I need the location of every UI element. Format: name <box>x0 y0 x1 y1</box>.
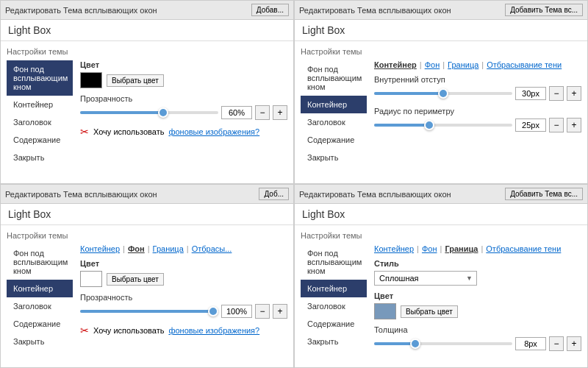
panel-4-color-label: Цвет <box>374 291 581 300</box>
panel-4-style-select[interactable]: Сплошная Пунктирная Точечная <box>374 271 477 286</box>
panel-1-body: Настройки темы Фон под всплывающим кном … <box>1 41 293 183</box>
panel-3-slider-thumb[interactable] <box>208 306 218 316</box>
panel-1-bg-image-row: ✂ Хочу использовать фоновые изображения? <box>80 126 287 138</box>
panel-2-menu-item-2[interactable]: Заголовок <box>301 113 367 131</box>
panel-2-menu-item-4[interactable]: Закрыть <box>301 149 367 166</box>
panel-3-settings-label: Настройки темы <box>7 231 287 240</box>
panel-4-thickness-input[interactable] <box>515 337 546 350</box>
panel-4-thickness-minus[interactable]: − <box>549 336 564 351</box>
panel-3-menu-item-4[interactable]: Закрыть <box>7 333 73 350</box>
panel-2-radius-input[interactable] <box>515 118 546 132</box>
panel-1-minus-button[interactable]: − <box>255 105 270 120</box>
panel-4-tab-background[interactable]: Фон <box>422 244 437 253</box>
panel-2-radius-minus[interactable]: − <box>549 118 564 132</box>
panel-1-transparency-row: Прозрачность − + <box>80 94 287 120</box>
panel-4-menu-item-2[interactable]: Заголовок <box>301 297 367 315</box>
panel-1-menu-item-4[interactable]: Закрыть <box>7 149 73 166</box>
panel-3-value-input[interactable] <box>221 305 252 318</box>
panel-2-padding-track[interactable] <box>374 92 512 95</box>
panel-3-tab-border[interactable]: Граница <box>153 244 184 253</box>
panel-2-padding-plus[interactable]: + <box>567 86 581 101</box>
panel-3-transparency-row: Прозрачность − + <box>80 293 287 319</box>
panel-3-menu-item-3[interactable]: Содержание <box>7 315 73 333</box>
panel-4: Редактировать Тема всплывающих окон Доба… <box>294 184 588 368</box>
panel-2-padding-input[interactable] <box>515 87 546 100</box>
panel-1-header: Редактировать Тема всплывающих окон Доба… <box>1 1 293 20</box>
panel-3-slider-fill <box>80 310 218 313</box>
panel-2-tab-container[interactable]: Контейнер <box>374 60 417 69</box>
panel-1-content: Цвет Выбрать цвет Прозрачность − + <box>80 60 287 138</box>
panel-3-menu-item-2[interactable]: Заголовок <box>7 297 73 315</box>
panel-1-menu-item-0[interactable]: Фон под всплывающим кном <box>7 60 73 96</box>
panel-4-menu-item-1[interactable]: Контейнер <box>301 280 367 297</box>
panel-3-add-button[interactable]: Доб... <box>259 188 289 200</box>
panel-1-pick-color-button[interactable]: Выбрать цвет <box>107 74 164 87</box>
panel-2-radius-track[interactable] <box>374 124 512 127</box>
panel-2-header: Редактировать Тема всплывающих окон Доба… <box>295 1 587 20</box>
panel-2-radius-thumb[interactable] <box>424 120 434 130</box>
panel-4-thickness-track[interactable] <box>374 342 512 345</box>
tools-icon-3: ✂ <box>80 325 89 336</box>
panel-1-slider-thumb[interactable] <box>158 107 168 118</box>
panel-4-menu-item-4[interactable]: Закрыть <box>301 333 367 350</box>
panel-1-slider-controls: − + <box>80 105 287 120</box>
panel-3-slider-controls: − + <box>80 304 287 319</box>
panel-2-menu-item-3[interactable]: Содержание <box>301 131 367 149</box>
panel-4-pick-color-button[interactable]: Выбрать цвет <box>401 305 458 318</box>
panel-4-style-select-wrapper: Сплошная Пунктирная Точечная <box>374 271 477 286</box>
panel-4-menu-item-3[interactable]: Содержание <box>301 315 367 333</box>
panel-2-tab-shadow[interactable]: Отбрасывание тени <box>487 60 562 69</box>
panel-3-minus-button[interactable]: − <box>255 304 270 319</box>
panel-2-padding-minus[interactable]: − <box>549 86 564 101</box>
panel-1-menu-item-1[interactable]: Контейнер <box>7 96 73 113</box>
panel-4-thickness-plus[interactable]: + <box>567 336 581 351</box>
panel-3-menu-item-0[interactable]: Фон под всплывающим кном <box>7 244 73 280</box>
panel-3-tab-container[interactable]: Контейнер <box>80 244 120 253</box>
panel-3-color-swatch[interactable] <box>80 271 102 287</box>
panel-4-thickness-controls: − + <box>374 336 581 351</box>
panel-1-slider-track[interactable] <box>80 111 218 114</box>
panel-2-add-button[interactable]: Добавить Тема вс... <box>505 4 583 16</box>
panel-2-radius-plus[interactable]: + <box>567 118 581 132</box>
panel-2-menu-item-0[interactable]: Фон под всплывающим кном <box>301 60 367 96</box>
panel-1-menu-item-3[interactable]: Содержание <box>7 131 73 149</box>
panel-3-transparency-label: Прозрачность <box>80 293 287 302</box>
panel-2-tab-background[interactable]: Фон <box>425 60 440 69</box>
panel-1-add-button[interactable]: Добав... <box>251 4 289 16</box>
panel-2-padding-fill <box>374 92 443 95</box>
panel-4-menu-item-0[interactable]: Фон под всплывающим кном <box>301 244 367 280</box>
panel-1-color-swatch[interactable] <box>80 72 102 88</box>
panel-1-plus-button[interactable]: + <box>273 105 287 120</box>
panel-2-menu-item-1[interactable]: Контейнер <box>301 96 367 113</box>
panel-2-radius-controls: − + <box>374 118 581 132</box>
panel-4-settings-label: Настройки темы <box>301 231 581 240</box>
panel-3-menu: Фон под всплывающим кном Контейнер Загол… <box>7 244 73 350</box>
tools-icon: ✂ <box>80 126 89 138</box>
panel-3-pick-color-button[interactable]: Выбрать цвет <box>107 273 164 286</box>
panel-3-bg-link[interactable]: фоновые изображения? <box>168 326 259 335</box>
panel-1-value-input[interactable] <box>221 106 252 119</box>
panel-2-padding-thumb[interactable] <box>438 88 448 99</box>
panel-4-menu: Фон под всплывающим кном Контейнер Загол… <box>301 244 367 350</box>
panel-3-title: Light Box <box>1 204 293 225</box>
panel-2-tab-border[interactable]: Граница <box>448 60 478 69</box>
panel-1-menu-item-2[interactable]: Заголовок <box>7 113 73 131</box>
panel-3-slider-track[interactable] <box>80 310 218 313</box>
panel-3-color-label: Цвет <box>80 259 287 268</box>
panel-4-add-button[interactable]: Добавить Тема вс... <box>505 188 583 200</box>
panel-4-tab-container[interactable]: Контейнер <box>374 244 414 253</box>
panel-3-header: Редактировать Тема всплывающих окон Доб.… <box>1 185 293 204</box>
panel-4-tab-border[interactable]: Граница <box>445 244 478 253</box>
panel-1: Редактировать Тема всплывающих окон Доба… <box>0 0 294 184</box>
panel-3-tab-background[interactable]: Фон <box>128 244 145 253</box>
panel-2-padding-controls: − + <box>374 86 581 101</box>
panel-4-color-swatch[interactable] <box>374 303 396 319</box>
panel-3-menu-item-1[interactable]: Контейнер <box>7 280 73 297</box>
panel-4-thickness-thumb[interactable] <box>410 339 420 349</box>
panel-1-bg-link[interactable]: фоновые изображения? <box>168 127 259 136</box>
panel-4-thickness-row: Толщина − + <box>374 325 581 351</box>
panel-4-tab-shadow[interactable]: Отбрасывание тени <box>486 244 561 253</box>
panel-3-plus-button[interactable]: + <box>273 304 287 319</box>
panel-3-tab-shadow[interactable]: Отбрасы... <box>192 244 232 253</box>
panel-4-content: Контейнер | Фон | Граница | Отбрасывание… <box>374 244 581 351</box>
